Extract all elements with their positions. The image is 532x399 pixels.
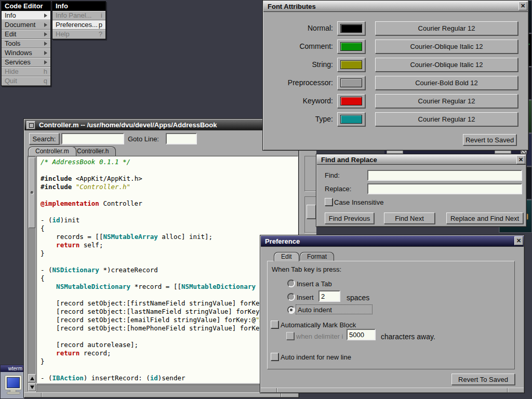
auto-indent-radio[interactable] — [287, 306, 295, 314]
menu-item-info-panel[interactable]: Info Panel...i — [52, 11, 105, 20]
submenu-arrow-icon — [44, 14, 47, 18]
tab-edit[interactable]: Edit — [274, 252, 299, 261]
revert-to-saved-button[interactable]: Revert to Saved — [463, 134, 516, 145]
case-insensitive-checkbox[interactable] — [325, 198, 332, 206]
shortcut-key: h — [44, 68, 47, 75]
submenu-arrow-icon — [44, 32, 47, 36]
find-field-wrap — [367, 170, 522, 181]
string-font-button[interactable]: Courier-Oblique Italic 12 — [375, 58, 518, 72]
string-label: String: — [263, 60, 333, 69]
resize-grip — [521, 150, 527, 154]
insert-a-tab-radio[interactable] — [287, 280, 295, 287]
menu-item-quit[interactable]: Quitq — [2, 76, 50, 86]
type-color-swatch — [340, 115, 362, 124]
wterm-miniwindow[interactable]: wterm — [0, 365, 25, 399]
submenu-arrow-icon — [44, 42, 47, 46]
menu-item-preferences[interactable]: Preferences...p — [52, 20, 105, 30]
menu-item-services[interactable]: Services — [2, 58, 50, 67]
knob-dimple — [31, 191, 33, 194]
miniaturize-button[interactable] — [26, 121, 35, 129]
close-icon[interactable]: ✕ — [518, 2, 527, 10]
replace-and-find-next-button[interactable]: Replace and Find Next — [446, 212, 523, 224]
menu-item-help[interactable]: Help? — [52, 30, 105, 39]
find-label: Find: — [325, 171, 340, 179]
hidden-button-fragment[interactable] — [307, 205, 316, 219]
preference-window: Preference ✕ Edit Format When Tab key is… — [260, 235, 525, 393]
font-attributes-title: Font Attributes — [268, 3, 316, 10]
menu-item-tools[interactable]: Tools — [2, 39, 50, 48]
shortcut-key: i — [101, 11, 102, 19]
menu-item-windows[interactable]: Windows — [2, 48, 50, 58]
resize-segment — [495, 150, 511, 154]
type-color-well[interactable] — [337, 112, 365, 126]
submenu-arrow-icon — [44, 51, 47, 55]
menu-item-edit[interactable]: Edit — [2, 30, 50, 39]
replace-field-wrap — [367, 183, 522, 194]
tab-format[interactable]: Format — [300, 252, 334, 261]
revert-to-saved-button[interactable]: Revert To Saved — [451, 374, 515, 385]
app-menu: Code Editor Info Document Edit Tools Win… — [1, 1, 51, 86]
auto-indent-label: Auto indent — [298, 306, 332, 314]
comment-font-button[interactable]: Courier-Oblique Italic 12 — [375, 39, 518, 54]
string-color-well[interactable] — [337, 58, 365, 72]
preprocessor-font-button[interactable]: Courier-Bold Bold 12 — [375, 76, 518, 90]
tab-controller-h[interactable]: Controller.h — [70, 147, 116, 156]
vertical-scrollbar[interactable] — [28, 156, 36, 392]
normal-label: Normal: — [263, 24, 333, 32]
shortcut-key: q — [44, 77, 47, 85]
insert-spaces-radio[interactable] — [287, 293, 295, 301]
preference-title: Preference — [265, 237, 300, 245]
type-font-button[interactable]: Courier Regular 12 — [375, 112, 518, 126]
spaces-count-input[interactable] — [320, 292, 339, 301]
keyword-color-swatch — [340, 97, 362, 105]
font-attributes-titlebar[interactable]: Font Attributes — [263, 1, 528, 12]
preprocessor-color-well[interactable] — [337, 76, 365, 90]
normal-color-well[interactable] — [337, 21, 365, 35]
type-label: Type: — [263, 115, 333, 123]
preference-titlebar[interactable]: Preference — [261, 236, 524, 247]
keyword-font-button[interactable]: Courier Regular 12 — [375, 94, 518, 108]
scroll-down-button[interactable] — [28, 383, 36, 391]
shortcut-key: ? — [99, 30, 102, 38]
goto-line-input[interactable] — [167, 135, 196, 144]
code-text-area[interactable]: /* AddressBook 0.1.1 */ #include <AppKit… — [36, 156, 298, 383]
find-replace-titlebar[interactable]: Find and Replace — [317, 155, 526, 165]
scrollbar-knob[interactable] — [29, 157, 35, 228]
normal-font-button[interactable]: Courier Regular 12 — [375, 21, 518, 35]
keyword-color-well[interactable] — [337, 94, 365, 108]
font-attributes-window: Font Attributes ✕ Normal: Courier Regula… — [262, 0, 529, 151]
find-replace-title: Find and Replace — [321, 156, 377, 164]
insert-a-tab-label: Insert a Tab — [297, 280, 332, 288]
menu-item-info[interactable]: Info — [2, 11, 50, 20]
case-insensitive-label: Case Insensitive — [334, 198, 383, 206]
delimiter-checkbox[interactable] — [286, 332, 294, 340]
editor-titlebar[interactable]: Controller.m -- /usr/home/dvu/devel/Apps… — [24, 119, 298, 130]
horizontal-scrollbar[interactable] — [36, 384, 298, 393]
find-input[interactable] — [368, 171, 521, 180]
editor-resize-bar[interactable] — [24, 392, 298, 397]
close-icon[interactable]: ✕ — [514, 236, 523, 245]
scroll-up-button[interactable] — [28, 374, 36, 382]
menu-item-hide[interactable]: Hideh — [2, 67, 50, 76]
search-input[interactable] — [62, 135, 123, 144]
search-button[interactable]: Search: — [29, 133, 59, 144]
find-next-button[interactable]: Find Next — [384, 212, 435, 224]
find-previous-button[interactable]: Find Previous — [325, 212, 374, 224]
hidden-box — [304, 156, 316, 191]
goto-field-wrap — [166, 133, 197, 144]
tab-controller-m[interactable]: Controller.m — [28, 147, 76, 156]
menu-item-document[interactable]: Document — [2, 20, 50, 30]
auto-mark-block-checkbox[interactable] — [271, 321, 278, 328]
info-submenu-title: Info — [52, 2, 105, 11]
search-field-wrap — [61, 133, 124, 144]
close-icon[interactable]: ✕ — [516, 155, 525, 164]
preference-resize-bar[interactable] — [261, 388, 524, 392]
comment-color-well[interactable] — [337, 39, 365, 54]
auto-indent-newline-checkbox[interactable] — [271, 353, 278, 361]
delimiter-distance-input[interactable] — [348, 330, 375, 340]
wterm-label: wterm — [1, 365, 24, 372]
preprocessor-label: Preprocessor: — [263, 78, 333, 87]
terminal-monitor-icon — [5, 375, 22, 390]
replace-input[interactable] — [368, 185, 521, 194]
spaces-field-wrap — [318, 290, 340, 302]
